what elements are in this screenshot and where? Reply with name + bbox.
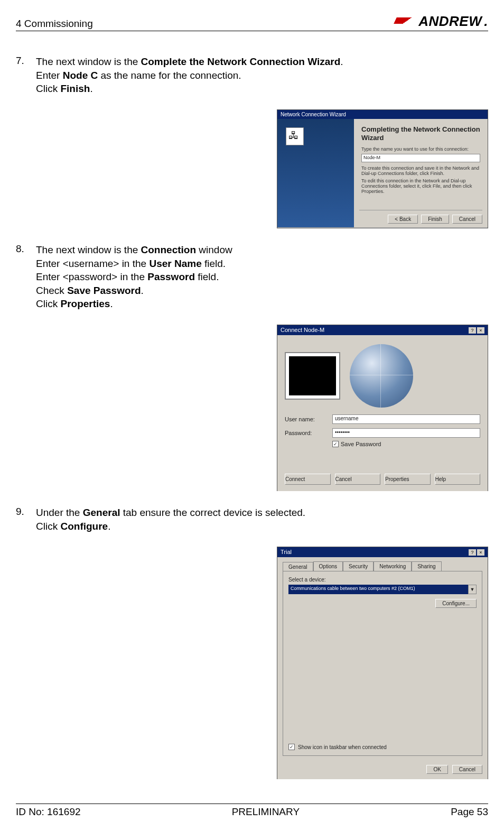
window-titlebar: Network Connection Wizard [277, 110, 488, 119]
figure-connect: Connect Node-M ?× User name: username Pa… [277, 325, 488, 491]
wizard-heading: Completing the Network Connection Wizard [361, 125, 480, 143]
figure-properties: Trial ?× General Options Security Networ… [277, 547, 488, 779]
text: Enter <username> in the [36, 258, 149, 269]
select-device-label: Select a device: [288, 577, 477, 583]
text: Click [36, 298, 60, 309]
configure-button[interactable]: Configure... [435, 599, 477, 608]
text: field. [195, 271, 219, 282]
step-number: 9. [16, 506, 36, 533]
brand-logo: ANDREW. [395, 13, 488, 30]
text-bold: Finish [60, 83, 90, 94]
text: . [90, 83, 92, 94]
text-bold: General [83, 507, 120, 518]
text: tab ensure the correct device is selecte… [120, 507, 306, 518]
step-number: 8. [16, 243, 36, 311]
text: as the name for the connection. [98, 70, 241, 81]
text-bold: Connection [141, 244, 197, 255]
text: field. [202, 258, 226, 269]
tab-security[interactable]: Security [343, 561, 374, 571]
save-password-label: Save Password [341, 441, 381, 447]
connection-name-input[interactable]: Node-M [361, 154, 480, 162]
section-header: 4 Commissioning [16, 18, 93, 30]
wizard-icon [286, 127, 304, 145]
text-bold: Complete the Network Connection Wizard [141, 56, 341, 67]
connect-button[interactable]: Connect [285, 474, 331, 485]
swoosh-icon [395, 15, 416, 28]
tab-networking[interactable]: Networking [374, 561, 412, 571]
ok-button[interactable]: OK [426, 765, 447, 774]
text: . [141, 285, 144, 296]
text: . [108, 521, 110, 532]
window-titlebar: Connect Node-M [281, 327, 324, 334]
text-bold: Password [147, 271, 195, 282]
step-8: 8. The next window is the Connection win… [16, 243, 488, 311]
tab-sharing[interactable]: Sharing [412, 561, 441, 571]
wizard-desc: Type the name you want to use for this c… [361, 146, 480, 152]
password-label: Password: [285, 430, 326, 436]
properties-button[interactable]: Properties [385, 474, 431, 485]
text: Click [36, 521, 60, 532]
text: . [340, 56, 343, 67]
figure-wizard: Network Connection Wizard Completing the… [277, 109, 488, 228]
text: The next window is the [36, 244, 141, 255]
brand-text: ANDREW [418, 13, 482, 30]
footer-page: Page 53 [451, 806, 488, 818]
password-input[interactable]: •••••••• [332, 428, 480, 438]
text-bold: Save Password [67, 285, 141, 296]
text: Enter <password> in the [36, 271, 147, 282]
step-7: 7. The next window is the Complete the N… [16, 55, 488, 96]
footer-id: ID No: 161692 [16, 806, 81, 818]
cancel-button[interactable]: Cancel [452, 765, 482, 774]
globe-icon [350, 344, 413, 408]
text: Enter [36, 70, 63, 81]
cancel-button[interactable]: Cancel [452, 215, 482, 224]
chevron-down-icon[interactable]: ▼ [468, 585, 477, 594]
text: . [110, 298, 113, 309]
device-select[interactable]: Communications cable between two compute… [288, 585, 468, 594]
cancel-button[interactable]: Cancel [335, 474, 381, 485]
text-bold: Node C [63, 70, 98, 81]
close-icon[interactable]: × [477, 327, 484, 334]
show-icon-label: Show icon in taskbar when connected [298, 744, 387, 750]
text: Click [36, 83, 60, 94]
footer-status: PRELIMINARY [232, 806, 300, 818]
text-bold: Properties [60, 298, 110, 309]
monitor-icon [285, 352, 340, 400]
wizard-desc: To edit this connection in the Network a… [361, 178, 480, 194]
window-titlebar: Trial [281, 549, 292, 556]
tab-general[interactable]: General [283, 562, 313, 571]
help-icon[interactable]: ? [469, 327, 476, 334]
username-label: User name: [285, 416, 326, 422]
text: Under the [36, 507, 83, 518]
help-icon[interactable]: ? [469, 549, 476, 556]
wizard-desc: To create this connection and save it in… [361, 165, 480, 176]
username-input[interactable]: username [332, 414, 480, 424]
text-bold: User Name [149, 258, 201, 269]
back-button[interactable]: < Back [388, 215, 418, 224]
text-bold: Configure [60, 521, 108, 532]
text: The next window is the [36, 56, 141, 67]
text: window [196, 244, 232, 255]
step-9: 9. Under the General tab ensure the corr… [16, 506, 488, 533]
close-icon[interactable]: × [477, 549, 484, 556]
save-password-checkbox[interactable]: ✓ [332, 441, 339, 447]
help-button[interactable]: Help [435, 474, 481, 485]
tab-options[interactable]: Options [313, 561, 343, 571]
show-icon-checkbox[interactable]: ✓ [288, 744, 295, 750]
text: Check [36, 285, 67, 296]
finish-button[interactable]: Finish [421, 215, 449, 224]
step-number: 7. [16, 55, 36, 96]
